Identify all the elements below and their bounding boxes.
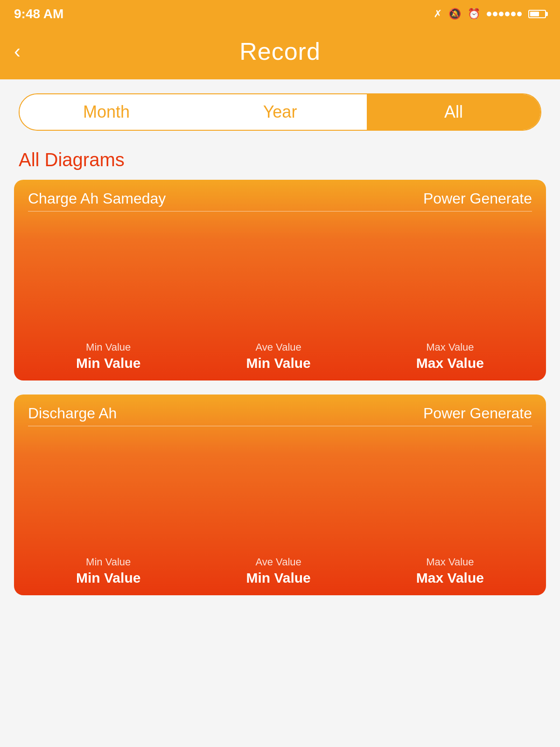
discharge-max-label: Max Value <box>426 556 474 568</box>
header: ‹ Record <box>0 28 560 79</box>
tab-year[interactable]: Year <box>193 94 367 130</box>
tab-selector: Month Year All <box>19 93 541 131</box>
charge-stats-row: Min Value Min Value Ave Value Min Value … <box>14 335 546 381</box>
charge-stat-min: Min Value Min Value <box>76 341 140 371</box>
discharge-min-label: Min Value <box>86 556 131 568</box>
discharge-title-left: Discharge Ah <box>28 405 280 426</box>
charge-chart-area <box>14 216 546 335</box>
bluetooth-icon: ✗ <box>434 8 442 20</box>
back-button[interactable]: ‹ <box>14 42 21 61</box>
charge-card: Charge Ah Sameday Power Generate Min Val… <box>14 180 546 381</box>
section-title: All Diagrams <box>19 149 125 170</box>
discharge-chart-area <box>14 431 546 550</box>
status-bar: 9:48 AM ✗ 🔕 ⏰ <box>0 0 560 28</box>
charge-title-left: Charge Ah Sameday <box>28 190 280 211</box>
charge-card-header: Charge Ah Sameday Power Generate <box>14 180 546 216</box>
discharge-stat-ave: Ave Value Min Value <box>246 556 310 586</box>
charge-stat-ave: Ave Value Min Value <box>246 341 310 371</box>
battery-icon <box>528 10 546 18</box>
discharge-max-value: Max Value <box>416 570 484 586</box>
charge-ave-label: Ave Value <box>255 341 301 353</box>
page-title: Record <box>239 37 321 65</box>
discharge-ave-value: Min Value <box>246 570 310 586</box>
charge-min-value: Min Value <box>76 355 140 371</box>
signal-icon <box>487 12 522 16</box>
mute-icon: 🔕 <box>448 8 461 20</box>
charge-title-right: Power Generate <box>280 190 532 211</box>
charge-ave-value: Min Value <box>246 355 310 371</box>
discharge-stats-row: Min Value Min Value Ave Value Min Value … <box>14 550 546 595</box>
status-time: 9:48 AM <box>14 7 63 21</box>
cards-container: Charge Ah Sameday Power Generate Min Val… <box>0 180 560 595</box>
discharge-card-header: Discharge Ah Power Generate <box>14 395 546 431</box>
discharge-card: Discharge Ah Power Generate Min Value Mi… <box>14 395 546 595</box>
tab-month[interactable]: Month <box>20 94 193 130</box>
discharge-min-value: Min Value <box>76 570 140 586</box>
charge-max-value: Max Value <box>416 355 484 371</box>
section-title-container: All Diagrams <box>0 140 560 180</box>
discharge-stat-max: Max Value Max Value <box>416 556 484 586</box>
alarm-icon: ⏰ <box>468 8 480 20</box>
charge-max-label: Max Value <box>426 341 474 353</box>
charge-min-label: Min Value <box>86 341 131 353</box>
tab-all[interactable]: All <box>367 94 540 130</box>
discharge-stat-min: Min Value Min Value <box>76 556 140 586</box>
charge-stat-max: Max Value Max Value <box>416 341 484 371</box>
tab-container: Month Year All <box>0 79 560 140</box>
status-icons: ✗ 🔕 ⏰ <box>434 8 546 20</box>
discharge-ave-label: Ave Value <box>255 556 301 568</box>
discharge-title-right: Power Generate <box>280 405 532 426</box>
